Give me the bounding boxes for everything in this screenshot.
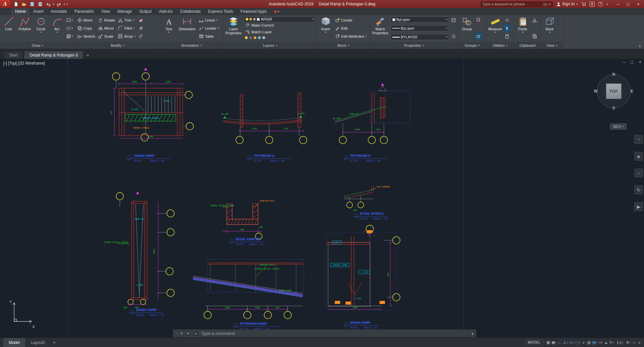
help-button[interactable]: ? — [598, 2, 603, 7]
object-color-dropdown[interactable]: ByLayer ▾ — [391, 16, 449, 23]
command-input[interactable] — [201, 331, 469, 336]
new-file-button[interactable] — [12, 1, 20, 7]
cluster-denah-ramp-3[interactable]: LIFT CONTROL ROOM -1.575 -3.120 2945 120… — [326, 225, 400, 329]
leader-button[interactable]: Leader▾ — [198, 25, 220, 32]
drawing-close-button[interactable]: × — [639, 60, 641, 65]
dynamic-input-toggle[interactable]: ▭ — [598, 339, 603, 346]
record-macro-icon[interactable] — [274, 10, 277, 13]
search-scope-dropdown[interactable]: ▾ — [549, 3, 550, 6]
view-label[interactable]: DETAIL KANSTIN A7-135 SKALA 1 : 30 — [229, 238, 266, 246]
cluster-potongan-a[interactable]: ±0.000 -0.450 2650 1750 POTONGAN A A7-13… — [221, 93, 307, 162]
table-button[interactable]: Table — [198, 33, 220, 40]
match-layer-button[interactable]: Match Layer — [244, 29, 315, 35]
viewcube-east[interactable]: E — [631, 89, 633, 94]
panel-label-groups[interactable]: Groups▾ — [458, 41, 486, 49]
edit-block-button[interactable]: Edit — [334, 25, 368, 32]
view-label[interactable]: POTONGAN A A7-135 SKALA 1 : 50 — [247, 154, 291, 162]
view-label[interactable]: POTONGAN B A7-135 SKALA 1 : 50 — [344, 154, 388, 162]
viewcube[interactable]: N W E S TOP — [595, 72, 633, 110]
pan-button[interactable]: ◈ — [634, 152, 643, 161]
viewport-view-control[interactable]: [Top] — [8, 61, 17, 66]
orbit-button[interactable]: ↻ — [634, 185, 643, 194]
cluster-denah-ramp-2[interactable]: SCREED SEALER FINISH RAMP DN -2.200 6050… — [104, 192, 174, 316]
copy-button[interactable]: Copy — [76, 25, 97, 32]
ribbon-tab-output[interactable]: Output — [136, 8, 155, 15]
cluster-potongan-b[interactable]: RAMP UP ±0.000 3020 1220 POTONGAN B A7-1… — [333, 83, 410, 162]
cluster-detail-bordes[interactable]: PLAT BORDES 400 DETAIL BORDES A7-135 SKA… — [344, 185, 390, 220]
svg-text:6050[interactable]: 6050 — [153, 249, 155, 254]
layer-thaw-tool-icon[interactable] — [254, 36, 256, 39]
panel-label-modify[interactable]: Modify▾ — [75, 41, 160, 49]
sign-in-button[interactable]: Sign In ▾ — [556, 2, 578, 6]
svg-text:3020[interactable]: 3020 — [355, 128, 360, 131]
navigation-wheel-button[interactable]: ◔ — [634, 135, 643, 144]
search-input[interactable] — [482, 2, 542, 6]
svg-text:SCREED SEALER FINISH[interactable]: SCREED SEALER FINISH — [210, 204, 235, 207]
qat-customize-dropdown[interactable]: ▾ — [66, 3, 68, 6]
svg-text:2650[interactable]: 2650 — [252, 127, 257, 130]
ribbon-tab-manage[interactable]: Manage — [114, 8, 136, 15]
command-line[interactable]: ∷ × ⊛ ▸ ▴ — [173, 329, 476, 338]
view-label[interactable]: DENAH RAMP A6-033 SKALA 1 : 50 — [344, 321, 380, 329]
svg-text:625[interactable]: 625 — [110, 111, 112, 114]
insert-block-button[interactable]: Insert ▾ — [318, 15, 333, 41]
zoom-button[interactable]: ○ — [634, 169, 643, 177]
redo-button[interactable] — [55, 1, 63, 7]
ribbon-tab-insert[interactable]: Insert — [30, 8, 47, 15]
dimension-button[interactable]: Dimension — [177, 15, 197, 41]
svg-text:2945[interactable]: 2945 — [387, 272, 389, 277]
annotation-monitor-button[interactable]: + — [632, 339, 637, 346]
undo-button[interactable] — [44, 1, 52, 7]
ribbon-tab-parametric[interactable]: Parametric — [71, 8, 98, 15]
layer-lock-tool-icon[interactable] — [262, 36, 265, 39]
panel-label-view[interactable]: View▾ — [541, 41, 563, 49]
panel-label-layers[interactable]: Layers▾ — [223, 41, 317, 49]
view-label[interactable]: DENAH RAMP A6-032 SKALA 1 : 50 — [127, 154, 170, 162]
command-history-button[interactable]: ▴ — [471, 331, 473, 336]
copy-clip-button[interactable] — [531, 33, 538, 40]
paste-button[interactable]: Paste ▾ — [515, 15, 531, 41]
file-tab-active-document[interactable]: Detail Ramp & Potongan-3 — [24, 51, 83, 59]
viewcube-top-face[interactable]: TOP — [606, 83, 621, 99]
close-button[interactable]: × — [633, 0, 643, 8]
autoscale-toggle[interactable]: ↻▾ — [609, 339, 615, 346]
ortho-mode-toggle[interactable]: ∟ — [558, 339, 563, 346]
selection-cycling-toggle[interactable]: ▤▾ — [592, 339, 598, 346]
svg-text:±0.000[interactable]: ±0.000 — [221, 113, 228, 115]
panel-label-annotation[interactable]: Annotation▾ — [160, 41, 223, 49]
save-button[interactable] — [28, 1, 36, 7]
explode-button[interactable] — [137, 25, 145, 32]
ribbon-tab-express-tools[interactable]: Express Tools — [204, 8, 237, 15]
viewcube-north[interactable]: N — [612, 72, 615, 77]
fillet-button[interactable]: Fillet▾ — [117, 25, 137, 32]
svg-text:DINDING BATA[interactable]: DINDING BATA — [259, 264, 274, 266]
svg-text:560[interactable]: 560 — [123, 306, 127, 309]
svg-text:1500[interactable]: 1500 — [255, 306, 260, 309]
customize-button[interactable]: ≡ — [637, 339, 642, 346]
measure-button[interactable]: Measure ▾ — [487, 15, 503, 41]
redo-dropdown[interactable]: ▾ — [64, 3, 65, 6]
ungroup-button[interactable] — [475, 16, 482, 24]
linear-dimension-button[interactable]: Linear▾ — [198, 16, 220, 24]
app-store-cart-button[interactable] — [581, 2, 586, 6]
edit-attributes-button[interactable]: Edit Attributes▾ — [334, 33, 368, 40]
cluster-denah-ramp-1[interactable]: 2660 1500 625 2430 KORIDOR TANGGA +0.450… — [110, 68, 193, 162]
drawing-minimize-button[interactable]: – — [623, 60, 625, 65]
svg-text:ENTRY RAMP[interactable]: ENTRY RAMP — [279, 289, 292, 291]
circle-button[interactable]: Circle ▾ — [33, 15, 49, 41]
ribbon-collapse-button[interactable]: ▴ — [636, 43, 644, 49]
svg-text:2430[interactable]: 2430 — [148, 135, 153, 138]
snap-mode-toggle[interactable]: ▣▾ — [551, 339, 557, 346]
view-label[interactable]: DETAIL BORDES A7-135 SKALA 1 : 30 — [354, 212, 388, 220]
command-customize-icon[interactable]: ⊛ — [185, 331, 191, 336]
isometric-drafting-toggle[interactable]: ◇▾ — [569, 339, 574, 346]
autodesk-app-icon[interactable]: A — [589, 2, 595, 7]
grid-display-toggle[interactable]: ▦ — [546, 339, 551, 346]
ribbon-tab-featured-apps[interactable]: Featured Apps — [237, 8, 271, 15]
rotate-button[interactable]: Rotate — [97, 16, 116, 24]
move-button[interactable]: Move — [76, 16, 97, 24]
arc-button[interactable]: Arc ▾ — [49, 15, 65, 41]
svg-text:-1.500[interactable]: -1.500 — [162, 100, 169, 102]
match-properties-button[interactable]: Match Properties — [371, 15, 390, 41]
file-tab-start[interactable]: Start — [3, 51, 23, 59]
